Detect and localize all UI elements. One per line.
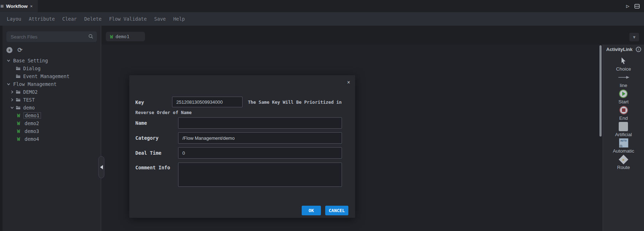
tree-item-test[interactable]: TEST [0,96,100,104]
close-icon[interactable]: ✕ [30,4,33,9]
category-input[interactable] [178,132,342,144]
palette-tool-route[interactable]: ✕Route [617,154,630,171]
comment-info-textarea[interactable] [178,163,342,187]
deal-time-field-row: Deal Time [135,147,349,159]
tree-item-demo4[interactable]: Wdemo4 [0,135,100,143]
comment-field-row: Comment Info [135,163,349,187]
ok-button[interactable]: OK [302,206,321,215]
tree-item-label: Dialog [22,66,42,71]
tree-item-demo1[interactable]: Wdemo1 [0,112,100,119]
split-editor-icon[interactable] [634,4,640,9]
sidebar-toolbar: + ⟳ [6,47,22,53]
name-field-row: Name [135,117,349,129]
chevron-down-icon[interactable] [6,58,12,63]
deal-time-input[interactable] [178,147,342,159]
flow-properties-dialog: ✕ Key The Same Key Will Be Prioritized i… [129,75,355,218]
palette-tool-label: line [620,82,627,89]
folder-icon [16,66,22,71]
workflow-window-tab[interactable]: ≡ Workflow ✕ [0,0,38,12]
start-tool-icon [619,89,628,99]
tree-item-demo3[interactable]: Wdemo3 [0,127,100,135]
doc-tab-label: demo1 [115,34,129,39]
tree-item-label: TEST [22,97,36,103]
folder-icon [16,90,22,94]
tree-item-flow-management[interactable]: Flow Management [0,80,100,88]
tree-item-event-management[interactable]: Event Management [0,72,100,80]
cancel-button[interactable]: CANCEL [325,206,348,215]
dialog-close-icon[interactable]: ✕ [347,79,350,84]
palette-tool-label: Choice [616,66,631,72]
collapse-left-icon [100,165,103,169]
palette-tool-line[interactable]: line [618,72,630,89]
menu-item-clear[interactable]: Clear [62,16,77,22]
tree-item-base-setting[interactable]: Base Setting [0,57,100,65]
line-tool-icon [618,72,630,82]
menu-item-save[interactable]: Save [154,16,166,22]
chevron-right-circle-icon[interactable]: ❯ [636,47,641,52]
run-icon[interactable]: ▷ [626,4,629,9]
cursor-tool-icon [620,56,627,66]
main-area: W demo1 ▼ ✕ Key The Same Key Will Be Pri… [102,26,644,231]
tree-item-demo2[interactable]: DEMO2 [0,88,100,96]
tree-item-label: Event Management [22,73,71,79]
palette-tool-choice[interactable]: Choice [616,56,631,72]
window-tab-title: Workflow [6,4,28,9]
menu-item-help[interactable]: Help [173,16,185,22]
chevron-down-icon[interactable] [6,82,12,86]
tree-item-demo2[interactable]: Wdemo2 [0,119,100,127]
workflow-file-icon: W [110,34,113,40]
flow-canvas[interactable]: ✕ Key The Same Key Will Be Prioritized i… [102,45,603,231]
palette-tool-label: Automatic [613,148,634,154]
refresh-button[interactable]: ⟳ [17,47,22,53]
search-icon [88,34,93,40]
palette-tool-artificial[interactable]: Artificial [615,122,632,138]
comment-info-label: Comment Info [135,163,178,170]
menu-item-layou[interactable]: Layou [7,16,21,22]
chevron-down-icon: ▼ [633,35,635,40]
search-input[interactable] [10,34,88,40]
palette-tool-end[interactable]: End [619,105,628,122]
activity-palette: ActivityLink ❯ ChoicelineStartEndArtific… [603,45,644,231]
name-label: Name [135,120,178,126]
add-file-button[interactable]: + [6,47,12,53]
file-sidebar: + ⟳ Base SettingDialogEvent ManagementFl… [0,26,101,231]
menu-item-attribute[interactable]: Attribute [29,16,55,22]
tree-item-dialog[interactable]: Dialog [0,65,100,72]
palette-tool-label: End [619,115,628,122]
tree-item-label: Base Setting [12,58,49,63]
folder-icon [16,74,22,78]
chevron-right-icon[interactable] [10,90,16,94]
folder-icon [16,98,22,102]
tree-item-label: demo [22,105,36,111]
chevron-right-icon[interactable] [10,98,16,102]
canvas-scrollbar-thumb[interactable] [599,45,602,137]
palette-tool-label: Route [617,164,630,171]
plus-circle-icon: + [8,48,11,52]
palette-tool-automatic[interactable]: AUTO⚙⚙Automatic [613,138,634,154]
tree-item-label: demo2 [24,120,40,126]
palette-list: ChoicelineStartEndArtificialAUTO⚙⚙Automa… [603,54,644,171]
auto-tool-icon: AUTO⚙⚙ [619,138,628,148]
tree-item-demo[interactable]: demo [0,104,100,112]
tree-item-label: demo3 [24,128,40,134]
tree-item-label: demo1 [24,112,41,119]
tree-item-label: demo4 [24,136,40,142]
menu-bar: LayouAttributeClearDeleteFlow ValidateSa… [0,12,644,26]
name-input[interactable] [178,117,342,129]
title-bar: ≡ Workflow ✕ ▷ [0,0,644,12]
search-box [6,31,97,42]
menu-item-delete[interactable]: Delete [84,16,102,22]
key-input[interactable] [172,97,243,107]
hamburger-icon[interactable]: ≡ [0,4,4,9]
file-tree: Base SettingDialogEvent ManagementFlow M… [0,57,100,143]
menu-item-flow-validate[interactable]: Flow Validate [109,16,147,22]
workflow-file-icon: W [17,128,24,134]
doc-tab-demo1[interactable]: W demo1 [106,32,145,41]
chevron-down-icon[interactable] [10,106,16,110]
tab-list-dropdown-button[interactable]: ▼ [629,33,639,41]
folder-icon [16,106,22,110]
route-tool-icon: ✕ [619,154,628,164]
palette-title: ActivityLink [606,47,633,52]
sidebar-collapse-handle[interactable] [98,156,104,178]
palette-tool-start[interactable]: Start [618,89,629,105]
